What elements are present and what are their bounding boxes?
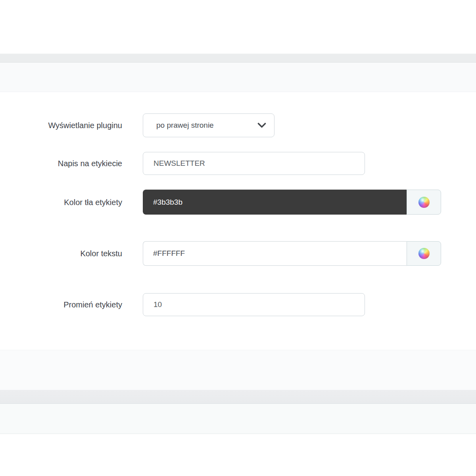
plugin-display-select[interactable]: po prawej stronie <box>143 113 274 137</box>
text-color-group <box>143 241 441 266</box>
text-color-picker-button[interactable] <box>407 241 441 266</box>
module-settings-page: Wyświetlanie pluginu po prawej stronie N… <box>0 0 476 476</box>
page-background-band-top <box>0 54 476 63</box>
label-text-label: Napis na etykiecie <box>0 159 122 168</box>
label-bg-color-input[interactable] <box>143 190 407 215</box>
form-row-label-bg-color: Kolor tła etykiety <box>0 190 476 215</box>
form-row-plugin-display: Wyświetlanie pluginu po prawej stronie <box>0 113 476 137</box>
panel-header-strip <box>0 63 476 92</box>
label-text-input[interactable] <box>143 152 365 175</box>
plugin-display-label: Wyświetlanie pluginu <box>0 121 122 130</box>
plugin-display-selected-value: po prawej stronie <box>156 121 214 130</box>
panel-footer-strip <box>0 350 476 390</box>
text-color-input[interactable] <box>143 241 407 266</box>
form-row-label-text: Napis na etykiecie <box>0 152 476 175</box>
label-radius-label: Promień etykiety <box>0 300 122 309</box>
chevron-down-icon <box>257 123 266 128</box>
color-wheel-icon <box>418 197 430 208</box>
label-bg-color-label: Kolor tła etykiety <box>0 198 122 207</box>
color-wheel-icon <box>418 248 430 259</box>
label-bg-color-group <box>143 190 441 215</box>
label-radius-input[interactable] <box>143 293 365 316</box>
label-bg-color-picker-button[interactable] <box>407 190 441 215</box>
settings-form: Wyświetlanie pluginu po prawej stronie N… <box>0 92 476 350</box>
text-color-label: Kolor tekstu <box>0 249 122 258</box>
next-panel-strip <box>0 404 476 434</box>
form-row-text-color: Kolor tekstu <box>0 241 476 266</box>
form-row-label-radius: Promień etykiety <box>0 293 476 316</box>
page-background-band-bottom <box>0 390 476 404</box>
